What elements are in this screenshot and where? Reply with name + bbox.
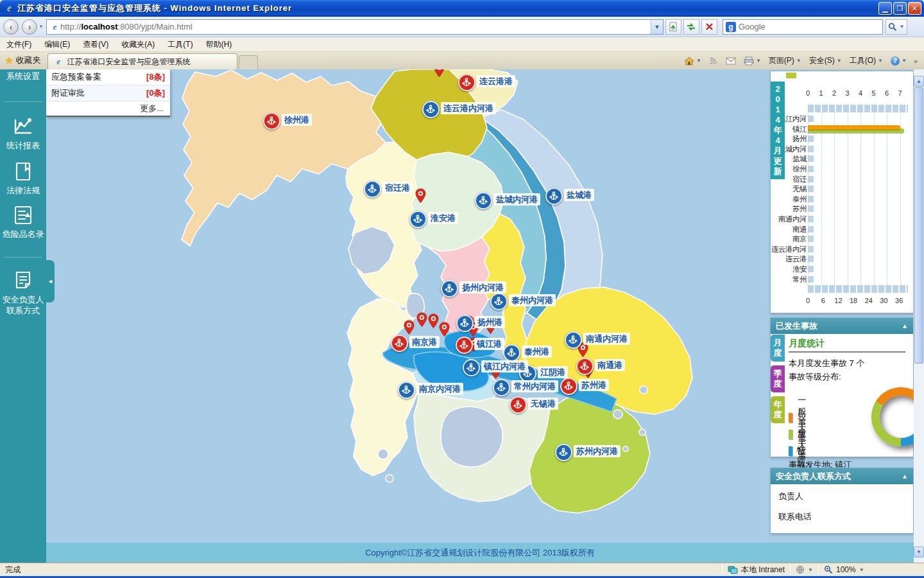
more-link[interactable]: 更多... xyxy=(46,101,170,116)
event-pin-1[interactable] xyxy=(415,188,427,206)
port-label-徐州港[interactable]: 徐州港 xyxy=(282,114,312,126)
port-label-泰州港[interactable]: 泰州港 xyxy=(522,346,552,358)
history-dropdown-icon[interactable]: ▼ xyxy=(38,24,44,30)
menu-item-4[interactable]: 工具(T) xyxy=(161,37,199,52)
accident-tab-年度[interactable]: 年度 xyxy=(771,396,785,423)
port-marker-南京内河港[interactable] xyxy=(398,381,415,399)
menu-item-1[interactable]: 编辑(E) xyxy=(38,37,76,52)
address-dropdown-icon[interactable]: ▼ xyxy=(651,20,663,34)
forward-button[interactable]: › xyxy=(22,19,37,35)
port-marker-南通港[interactable] xyxy=(576,358,594,375)
zoom-dropdown-icon[interactable]: ▼ xyxy=(859,567,864,573)
event-pin-5[interactable] xyxy=(438,322,450,340)
port-label-连云港港[interactable]: 连云港港 xyxy=(477,75,515,87)
accident-panel-header[interactable]: 已发生事故 ▲ xyxy=(771,318,913,334)
port-marker-南京港[interactable] xyxy=(391,335,408,352)
collapse-icon[interactable]: ▲ xyxy=(902,322,908,329)
port-label-宿迁港[interactable]: 宿迁港 xyxy=(382,182,413,194)
tab-main[interactable]: e 江苏省港口安全监管与应急管理系统 xyxy=(47,53,237,69)
port-marker-扬州港[interactable] xyxy=(456,315,474,332)
compatibility-button[interactable] xyxy=(665,19,681,35)
print-button[interactable]: ▼ xyxy=(740,55,764,67)
search-input[interactable] xyxy=(739,22,880,31)
port-label-南京港[interactable]: 南京港 xyxy=(409,336,440,348)
zoom-control[interactable]: 100% ▼ xyxy=(819,563,869,576)
quick-panel-row[interactable]: 附证审批[0条] xyxy=(46,85,170,101)
event-pin-0[interactable] xyxy=(433,69,445,80)
port-marker-镇江港[interactable] xyxy=(456,337,473,354)
favorites-button[interactable]: ★ 收藏夹 xyxy=(0,55,47,69)
port-marker-常州内河港[interactable] xyxy=(493,379,510,396)
restore-button[interactable]: ❐ xyxy=(893,2,907,15)
scroll-down-icon[interactable]: ▼ xyxy=(914,547,924,557)
menu-item-2[interactable]: 查看(V) xyxy=(76,37,115,52)
port-marker-宿迁港[interactable] xyxy=(364,180,381,198)
event-pin-2[interactable] xyxy=(416,312,428,330)
accident-tab-季度[interactable]: 季度 xyxy=(771,365,785,392)
protected-mode-button[interactable]: ▼ xyxy=(791,563,818,576)
command-button-2[interactable]: 工具(O)▼ xyxy=(846,54,886,67)
minimize-button[interactable]: ▁ xyxy=(878,2,892,15)
print-dropdown-icon[interactable]: ▼ xyxy=(756,58,761,64)
new-tab-button[interactable] xyxy=(239,55,258,69)
port-label-扬州港[interactable]: 扬州港 xyxy=(475,316,505,328)
menu-item-3[interactable]: 收藏夹(A) xyxy=(115,37,161,52)
web-search-box[interactable]: g xyxy=(723,19,883,35)
port-label-镇江港[interactable]: 镇江港 xyxy=(474,338,504,350)
port-label-盐城港[interactable]: 盐城港 xyxy=(564,189,594,201)
scrollbar-thumb[interactable] xyxy=(914,87,923,363)
port-marker-连云港内河港[interactable] xyxy=(422,101,440,118)
port-label-苏州港[interactable]: 苏州港 xyxy=(579,379,609,391)
command-button-0[interactable]: 页面(P)▼ xyxy=(766,54,805,67)
port-marker-无锡港[interactable] xyxy=(509,396,527,414)
port-label-南通内河港[interactable]: 南通内河港 xyxy=(583,333,630,345)
page-scrollbar[interactable]: ▲ ▼ xyxy=(914,69,924,563)
port-label-泰州内河港[interactable]: 泰州内河港 xyxy=(509,294,556,306)
back-button[interactable]: ‹ xyxy=(3,19,19,35)
map-canvas[interactable]: 应急预案备案[8条]附证审批[0条]更多... 连云港港连云港内河港徐州港宿迁港… xyxy=(46,69,914,563)
command-button-1[interactable]: 安全(S)▼ xyxy=(806,54,845,67)
help-button[interactable]: ?▼ xyxy=(887,55,910,67)
port-label-无锡港[interactable]: 无锡港 xyxy=(528,398,558,410)
help-dropdown-icon[interactable]: ▼ xyxy=(902,58,907,64)
port-label-扬州内河港[interactable]: 扬州内河港 xyxy=(459,281,506,293)
port-marker-苏州内河港[interactable] xyxy=(555,444,572,461)
port-marker-连云港港[interactable] xyxy=(458,74,475,91)
sidebar-collapse-button[interactable]: ◄ xyxy=(46,260,55,302)
port-marker-苏州港[interactable] xyxy=(560,378,578,395)
port-marker-南通内河港[interactable] xyxy=(565,331,582,349)
close-button[interactable]: ✕ xyxy=(908,2,921,15)
sidebar-item-4[interactable]: 安全负责人联系方式 xyxy=(0,270,46,316)
address-input[interactable]: e http://localhost:8080/yjpt/Main.html ▼ xyxy=(46,19,663,35)
feeds-button[interactable] xyxy=(706,55,721,67)
port-marker-泰州内河港[interactable] xyxy=(490,293,508,310)
contact-panel-header[interactable]: 安全负责人联系方式 ▲ xyxy=(771,468,913,484)
event-pin-4[interactable] xyxy=(403,320,415,338)
search-go-button[interactable]: ▼ xyxy=(886,19,907,35)
refresh-button[interactable] xyxy=(683,19,699,35)
search-dropdown-icon[interactable]: ▼ xyxy=(899,24,904,30)
chevron-down-icon[interactable]: ▼ xyxy=(878,58,883,64)
scroll-up-icon[interactable]: ▲ xyxy=(914,76,924,87)
collapse-icon[interactable]: ▲ xyxy=(902,473,908,480)
port-label-淮安港[interactable]: 淮安港 xyxy=(428,212,458,224)
port-marker-扬州内河港[interactable] xyxy=(441,280,458,297)
port-marker-淮安港[interactable] xyxy=(409,211,427,228)
port-label-盐城内河港[interactable]: 盐城内河港 xyxy=(493,193,540,206)
accident-tab-月度[interactable]: 月度 xyxy=(771,335,785,362)
port-marker-盐城港[interactable] xyxy=(545,188,563,205)
sidebar-item-0[interactable]: 系统设置 xyxy=(0,71,46,82)
sidebar-item-3[interactable]: 危险品名录 xyxy=(0,204,46,240)
menu-item-5[interactable]: 帮助(H) xyxy=(200,37,239,52)
port-label-苏州内河港[interactable]: 苏州内河港 xyxy=(574,445,620,457)
quick-panel-row[interactable]: 应急预案备案[8条] xyxy=(46,69,170,85)
stop-button[interactable] xyxy=(701,19,717,35)
toolbar-overflow-icon[interactable]: » xyxy=(911,57,920,65)
read-mail-button[interactable] xyxy=(723,56,739,66)
menu-item-0[interactable]: 文件(F) xyxy=(0,37,38,52)
chevron-down-icon[interactable]: ▼ xyxy=(837,58,842,64)
port-label-常州内河港[interactable]: 常州内河港 xyxy=(511,380,558,392)
port-label-江阴港[interactable]: 江阴港 xyxy=(538,366,568,378)
port-marker-徐州港[interactable] xyxy=(263,112,280,130)
chevron-down-icon[interactable]: ▼ xyxy=(796,58,801,64)
